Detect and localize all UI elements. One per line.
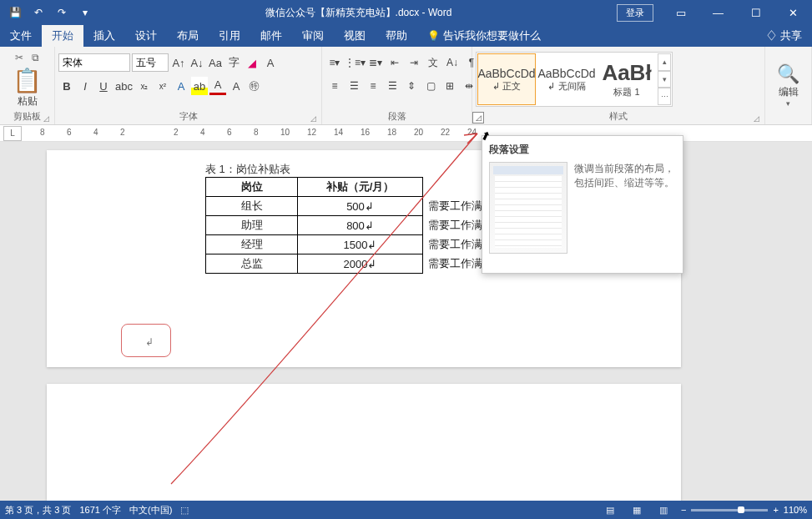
ribbon-options-icon[interactable]: ▭: [662, 0, 699, 25]
header-col2[interactable]: 补贴（元/月）: [298, 178, 423, 197]
highlight-icon[interactable]: ab: [191, 77, 208, 95]
tab-layout[interactable]: 布局: [167, 25, 209, 47]
shrink-font-icon[interactable]: A↓: [189, 53, 205, 72]
zoom-control[interactable]: − + 110%: [681, 505, 807, 515]
qat-dropdown-icon[interactable]: ▾: [75, 3, 95, 23]
tab-selector[interactable]: L: [3, 126, 22, 141]
clear-format-icon[interactable]: ◢: [244, 53, 260, 72]
login-button[interactable]: 登录: [617, 4, 653, 22]
print-layout-icon[interactable]: ▦: [628, 502, 646, 517]
table-caption[interactable]: 表 1：岗位补贴表: [205, 162, 290, 177]
editing-dropdown-icon[interactable]: ▾: [777, 99, 799, 108]
zoom-in-icon[interactable]: +: [773, 505, 778, 515]
clipboard-launcher-icon[interactable]: ◿: [43, 114, 49, 123]
table-header-row[interactable]: 岗位 补贴（元/月）: [206, 178, 493, 197]
phonetic-guide-icon[interactable]: 字: [225, 53, 242, 72]
minimize-icon[interactable]: —: [699, 0, 737, 25]
header-col1[interactable]: 岗位: [206, 178, 298, 197]
table-row[interactable]: 经理1500↲需要工作满: [206, 235, 493, 254]
decrease-indent-icon[interactable]: ⇤: [386, 53, 404, 72]
editing-label-text[interactable]: 编辑: [777, 85, 799, 99]
table-row[interactable]: 总监2000↲需要工作满: [206, 254, 493, 274]
style-heading1[interactable]: AaBł标题 1: [598, 53, 656, 105]
copy-icon[interactable]: ⧉: [28, 50, 43, 65]
line-spacing-icon[interactable]: ⇕: [402, 77, 421, 95]
find-icon[interactable]: 🔍: [777, 63, 799, 85]
style-nospacing[interactable]: AaBbCcDd↲ 无间隔: [537, 53, 596, 105]
tooltip-text: 微调当前段落的布局， 包括间距、缩进等等。: [574, 162, 676, 254]
font-launcher-icon[interactable]: ◿: [310, 114, 316, 123]
table-row[interactable]: 组长500↲需要工作满: [206, 197, 493, 216]
read-mode-icon[interactable]: ▤: [601, 502, 619, 517]
enclose-char-icon[interactable]: ㊕: [246, 77, 263, 95]
paste-icon[interactable]: 📋: [12, 67, 43, 94]
font-color-icon[interactable]: A: [209, 77, 226, 95]
borders-icon[interactable]: ⊞: [441, 77, 459, 95]
superscript-button[interactable]: x²: [154, 77, 171, 95]
tab-review[interactable]: 审阅: [292, 25, 334, 47]
group-clipboard: ✂⧉ 📋 粘贴 剪贴板◿: [0, 47, 55, 124]
word-count[interactable]: 1671 个字: [79, 504, 121, 516]
multilevel-icon[interactable]: ≣▾: [366, 53, 385, 72]
tab-file[interactable]: 文件: [0, 25, 42, 47]
text-effect-icon[interactable]: A: [173, 77, 189, 95]
zoom-out-icon[interactable]: −: [681, 505, 686, 515]
tell-me[interactable]: 💡告诉我你想要做什么: [417, 25, 551, 47]
tab-view[interactable]: 视图: [334, 25, 376, 47]
tab-help[interactable]: 帮助: [376, 25, 417, 47]
redo-icon[interactable]: ↷: [52, 3, 72, 23]
page-2[interactable]: [47, 384, 681, 501]
tab-home[interactable]: 开始: [42, 25, 83, 47]
paragraph-settings-tooltip: 段落设置 微调当前段落的布局， 包括间距、缩进等等。: [482, 135, 683, 274]
share-button[interactable]: ♢ 共享: [766, 28, 812, 43]
styles-launcher-icon[interactable]: ◿: [754, 114, 759, 123]
shading-icon[interactable]: ▢: [421, 77, 440, 95]
tab-mailings[interactable]: 邮件: [250, 25, 292, 47]
web-layout-icon[interactable]: ▥: [654, 502, 673, 517]
cut-icon[interactable]: ✂: [12, 50, 27, 65]
maximize-icon[interactable]: ☐: [737, 0, 774, 25]
style-normal[interactable]: AaBbCcDd↲ 正文: [477, 53, 536, 105]
underline-button[interactable]: U: [95, 77, 112, 95]
grow-font-icon[interactable]: A↑: [170, 53, 187, 72]
subscript-button[interactable]: x₂: [136, 77, 153, 95]
page-count[interactable]: 第 3 页，共 3 页: [5, 504, 71, 516]
numbering-icon[interactable]: ⋮≡▾: [345, 53, 366, 72]
save-icon[interactable]: 💾: [5, 3, 25, 23]
zoom-slider[interactable]: [691, 509, 768, 511]
align-right-icon[interactable]: ≡: [364, 77, 382, 95]
styles-gallery[interactable]: AaBbCcDd↲ 正文 AaBbCcDd↲ 无间隔 AaBł标题 1 ▴▾⋯: [476, 52, 673, 107]
tab-references[interactable]: 引用: [209, 25, 250, 47]
change-case-icon[interactable]: Aa: [207, 53, 224, 72]
font-name-combo[interactable]: [58, 53, 130, 72]
font-size-combo[interactable]: [132, 53, 169, 72]
close-icon[interactable]: ✕: [774, 0, 812, 25]
group-editing: 🔍 编辑 ▾: [765, 47, 812, 124]
table-row[interactable]: 助理800↲需要工作满: [206, 216, 493, 235]
paste-label[interactable]: 粘贴: [12, 94, 43, 108]
sort-icon[interactable]: A↓: [443, 53, 461, 72]
increase-indent-icon[interactable]: ⇥: [405, 53, 423, 72]
horizontal-ruler[interactable]: L 8 6 4 2 2 4 6 8 10 12 14 16 18 20 22 2…: [0, 125, 812, 142]
bold-button[interactable]: B: [58, 77, 75, 95]
tab-design[interactable]: 设计: [125, 25, 167, 47]
undo-icon[interactable]: ↶: [28, 3, 48, 23]
data-table[interactable]: 岗位 补贴（元/月） 组长500↲需要工作满 助理800↲需要工作满 经理150…: [205, 177, 493, 274]
styles-more[interactable]: ▴▾⋯: [658, 53, 671, 105]
align-center-icon[interactable]: ☰: [345, 77, 363, 95]
document-area[interactable]: 表 1：岗位补贴表 岗位 补贴（元/月） 组长500↲需要工作满 助理800↲需…: [0, 142, 812, 501]
align-left-icon[interactable]: ≡: [325, 77, 344, 95]
font-label: 字体◿: [58, 109, 318, 124]
bullets-icon[interactable]: ≡▾: [325, 53, 344, 72]
char-border-icon[interactable]: A: [262, 53, 279, 72]
justify-icon[interactable]: ☰: [383, 77, 401, 95]
char-shading-icon[interactable]: A: [228, 77, 245, 95]
asian-layout-icon[interactable]: 文: [424, 53, 442, 72]
language[interactable]: 中文(中国): [129, 504, 172, 516]
zoom-level[interactable]: 110%: [784, 505, 807, 515]
ruler-ticks: 8 6 4 2 2 4 6 8 10 12 14 16 18 20 22 24: [25, 125, 812, 142]
strikethrough-button[interactable]: abc: [113, 77, 134, 95]
tab-insert[interactable]: 插入: [83, 25, 125, 47]
italic-button[interactable]: I: [77, 77, 93, 95]
macro-icon[interactable]: ⬚: [180, 505, 189, 516]
